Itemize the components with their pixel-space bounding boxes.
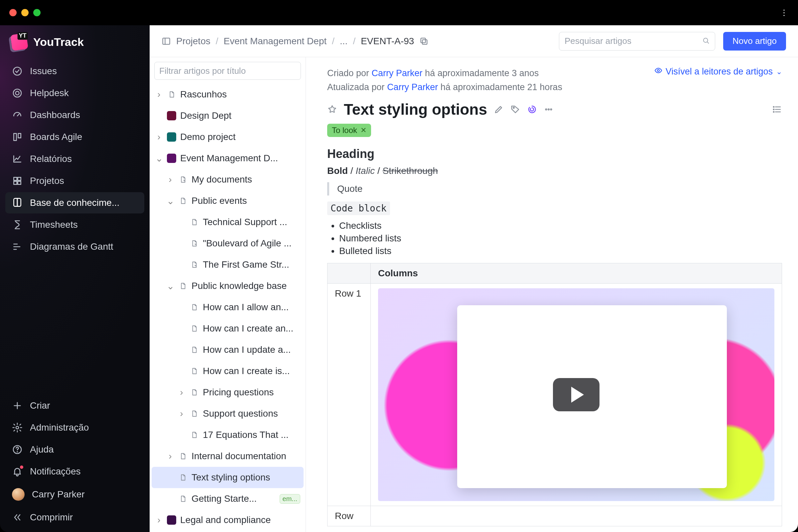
copy-icon[interactable] xyxy=(419,37,429,46)
tag-remove-icon[interactable]: ✕ xyxy=(360,126,366,135)
star-icon[interactable] xyxy=(327,104,337,114)
close-window-icon[interactable] xyxy=(9,9,17,16)
window-more-icon[interactable]: ⋮ xyxy=(780,8,789,17)
tree-node-label: Pricing questions xyxy=(203,387,274,398)
ai-swirl-icon[interactable] xyxy=(527,104,537,114)
play-icon[interactable] xyxy=(553,378,600,411)
sidebar-item-user[interactable]: Carry Parker xyxy=(5,483,144,506)
tree-node[interactable]: ›Internal documentation xyxy=(152,445,304,467)
svg-point-11 xyxy=(17,452,17,452)
tree-node[interactable]: ⌄Public knowledge base xyxy=(152,275,304,297)
tree-node[interactable]: How can I allow an... xyxy=(152,297,304,318)
tree-node-label: How can I create is... xyxy=(203,366,290,376)
maximize-window-icon[interactable] xyxy=(33,9,41,16)
tree-node[interactable]: ›Demo project xyxy=(152,126,304,148)
chevron-right-icon[interactable]: › xyxy=(177,408,186,419)
chevron-right-icon[interactable]: › xyxy=(155,515,163,525)
chevron-down-icon[interactable]: ⌄ xyxy=(166,195,174,207)
book-icon xyxy=(12,197,23,208)
chevron-right-icon[interactable]: › xyxy=(177,387,186,398)
sidebar-item-helpdesk[interactable]: Helpdesk xyxy=(5,82,144,104)
more-icon[interactable] xyxy=(544,104,554,114)
panel-toggle-icon[interactable] xyxy=(162,37,171,46)
tag-icon[interactable] xyxy=(510,104,520,114)
chevron-right-icon[interactable]: › xyxy=(166,174,174,185)
tree-node[interactable]: How can I create is... xyxy=(152,360,304,382)
tree-node[interactable]: "Boulevard of Agile ... xyxy=(152,233,304,254)
svg-rect-12 xyxy=(163,38,170,44)
sidebar-item-timesheets[interactable]: Timesheets xyxy=(5,214,144,235)
tree-node[interactable]: Getting Starte...em... xyxy=(152,488,304,509)
updated-by-link[interactable]: Carry Parker xyxy=(387,82,438,92)
chevron-right-icon[interactable]: › xyxy=(155,89,163,100)
visibility-selector[interactable]: Visível a leitores de artigos ⌄ xyxy=(654,66,782,77)
chevron-right-icon[interactable]: › xyxy=(155,132,163,142)
search-input[interactable] xyxy=(559,32,715,51)
chevron-down-icon[interactable]: ⌄ xyxy=(155,153,163,164)
tree-filter-input[interactable] xyxy=(154,62,301,80)
tree-node[interactable]: ›Legal and compliance xyxy=(152,509,304,531)
svg-point-17 xyxy=(513,107,514,108)
sidebar-item-projects[interactable]: Projetos xyxy=(5,170,144,191)
table-cell: Row 1 xyxy=(327,283,371,506)
table-row: Row 1 xyxy=(327,283,782,506)
article-title: Text styling options xyxy=(344,100,487,118)
gear-icon xyxy=(12,422,23,433)
tree-node-label: Legal and compliance xyxy=(180,515,271,525)
sidebar-item-dashboards[interactable]: Dashboards xyxy=(5,104,144,126)
tree-node[interactable]: ›Pricing questions xyxy=(152,382,304,403)
svg-point-21 xyxy=(773,107,774,108)
tree-node[interactable]: How can I create an... xyxy=(152,318,304,339)
sidebar-item-label: Ajuda xyxy=(30,444,54,455)
inline-styles-sample: Bold / Italic / Strikethrough xyxy=(327,166,782,176)
minimize-window-icon[interactable] xyxy=(21,9,28,16)
breadcrumb-sep: / xyxy=(353,36,356,46)
sidebar-item-create[interactable]: Criar xyxy=(5,395,144,416)
tree-node[interactable]: The First Game Str... xyxy=(152,254,304,275)
chevron-right-icon[interactable]: › xyxy=(166,451,174,461)
document-icon xyxy=(178,196,188,206)
sidebar-item-label: Boards Agile xyxy=(30,132,82,142)
created-by-link[interactable]: Carry Parker xyxy=(372,68,423,78)
tree-node[interactable]: ›Rascunhos xyxy=(152,84,304,105)
chevron-down-icon: ⌄ xyxy=(776,68,782,76)
sidebar-item-gantt[interactable]: Diagramas de Gantt xyxy=(5,236,144,258)
sidebar-item-knowledge-base[interactable]: Base de conhecime... xyxy=(5,192,144,213)
sidebar-item-label: Projetos xyxy=(30,175,64,186)
breadcrumb-item[interactable]: Projetos xyxy=(176,36,210,46)
tree-node[interactable]: How can I update a... xyxy=(152,339,304,360)
avatar-icon xyxy=(12,488,25,501)
search-field[interactable] xyxy=(565,36,698,46)
sidebar-item-label: Criar xyxy=(30,400,50,411)
tree-filter-field[interactable] xyxy=(159,66,296,76)
brand[interactable]: YouTrack xyxy=(0,31,150,60)
sidebar-item-reports[interactable]: Relatórios xyxy=(5,148,144,170)
tree-node[interactable]: Text styling options xyxy=(152,467,304,488)
chevron-down-icon[interactable]: ⌄ xyxy=(166,281,174,291)
tree-node[interactable]: Design Dept xyxy=(152,105,304,126)
sidebar-item-label: Administração xyxy=(30,422,89,433)
tree-node[interactable]: Technical Support ... xyxy=(152,211,304,233)
sidebar-item-collapse[interactable]: Comprimir xyxy=(5,507,144,528)
tag-label: To look xyxy=(332,126,357,135)
sidebar-item-issues[interactable]: Issues xyxy=(5,60,144,82)
sidebar-item-help[interactable]: Ajuda xyxy=(5,439,144,460)
new-article-button[interactable]: Novo artigo xyxy=(723,32,786,51)
sidebar-item-admin[interactable]: Administração xyxy=(5,417,144,438)
tree-node[interactable]: 17 Equations That ... xyxy=(152,424,304,445)
article-tag[interactable]: To look ✕ xyxy=(327,124,371,137)
tree-node[interactable]: ›My documents xyxy=(152,169,304,190)
video-thumbnail[interactable] xyxy=(378,288,774,501)
sidebar-item-boards[interactable]: Boards Agile xyxy=(5,126,144,148)
tree-node[interactable]: ⌄Event Management D... xyxy=(152,148,304,169)
breadcrumb-item[interactable]: Event Management Dept xyxy=(224,36,327,46)
sidebar-nav: Issues Helpdesk Dashboards Boards Agile … xyxy=(0,60,150,258)
breadcrumb-item[interactable]: ... xyxy=(340,36,347,46)
edit-icon[interactable] xyxy=(494,104,504,114)
toc-icon[interactable] xyxy=(772,104,782,114)
tree-node[interactable]: ›Support questions xyxy=(152,403,304,424)
tree-node-label: Public knowledge base xyxy=(191,281,287,291)
sidebar-item-notifications[interactable]: Notificações xyxy=(5,461,144,482)
svg-rect-7 xyxy=(14,181,17,184)
tree-node[interactable]: ⌄Public events xyxy=(152,190,304,211)
